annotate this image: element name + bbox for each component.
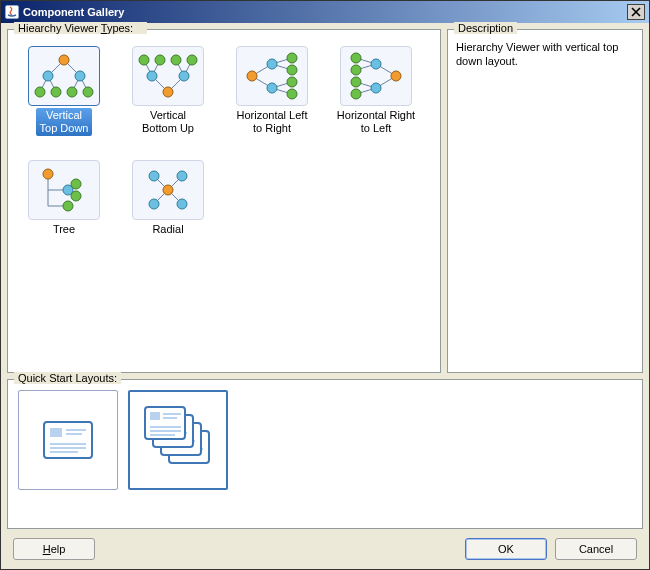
cascaded-cards-icon [139,401,217,479]
type-label: VerticalTop Down [36,108,93,136]
svg-point-21 [179,71,189,81]
svg-point-20 [147,71,157,81]
vertical-top-down-icon [28,46,100,106]
svg-point-19 [163,87,173,97]
svg-point-32 [247,71,257,81]
svg-point-33 [267,59,277,69]
svg-point-22 [139,55,149,65]
radial-icon [132,160,204,220]
svg-point-58 [63,201,73,211]
window-title: Component Gallery [23,6,124,18]
close-button[interactable] [627,4,645,20]
description-panel-label: Description [454,22,517,34]
type-tree[interactable]: Tree [16,160,112,270]
tree-icon [28,160,100,220]
svg-rect-88 [150,412,160,420]
svg-point-47 [371,83,381,93]
type-vertical-top-down[interactable]: VerticalTop Down [16,46,112,156]
svg-point-8 [75,71,85,81]
svg-point-9 [35,87,45,97]
svg-point-38 [287,89,297,99]
help-button[interactable]: Help [13,538,95,560]
svg-point-35 [287,53,297,63]
svg-point-56 [71,179,81,189]
vertical-bottom-up-icon [132,46,204,106]
svg-point-46 [371,59,381,69]
type-radial[interactable]: Radial [120,160,216,270]
dialog-content: Hiearchy Viewer Types: T [1,23,649,569]
svg-point-48 [351,53,361,63]
svg-point-11 [67,87,77,97]
type-vertical-bottom-up[interactable]: VerticalBottom Up [120,46,216,156]
svg-point-23 [155,55,165,65]
type-label: VerticalBottom Up [138,108,198,136]
svg-point-12 [83,87,93,97]
svg-point-25 [187,55,197,65]
svg-point-50 [351,77,361,87]
svg-point-54 [43,169,53,179]
quick-start-body [8,386,642,500]
svg-point-57 [71,191,81,201]
svg-point-10 [51,87,61,97]
svg-point-66 [149,199,159,209]
type-label: Horizontal Leftto Right [233,108,312,136]
layout-single-card[interactable] [18,390,118,490]
svg-point-65 [177,171,187,181]
top-row: Hiearchy Viewer Types: T [7,29,643,373]
titlebar: Component Gallery [1,1,649,23]
quick-start-panel: Quick Start Layouts: [7,379,643,529]
ok-cancel-group: OK Cancel [465,538,637,560]
svg-point-24 [171,55,181,65]
svg-point-67 [177,199,187,209]
description-panel: Description Hierarchy Viewer with vertic… [447,29,643,373]
types-panel: Hiearchy Viewer Types: T [7,29,441,373]
type-horizontal-left-right[interactable]: Horizontal Leftto Right [224,46,320,156]
type-horizontal-right-left[interactable]: Horizontal Rightto Left [328,46,424,156]
type-label: Radial [148,222,187,237]
svg-point-63 [163,185,173,195]
cancel-button[interactable]: Cancel [555,538,637,560]
svg-point-6 [59,55,69,65]
type-label: Horizontal Rightto Left [333,108,419,136]
dialog-footer: Help OK Cancel [7,535,643,563]
horizontal-left-right-icon [236,46,308,106]
ok-button[interactable]: OK [465,538,547,560]
svg-point-45 [391,71,401,81]
svg-rect-69 [50,428,62,437]
quick-start-label: Quick Start Layouts: [14,372,121,384]
types-label-text: Hiearchy Viewer Types: [18,22,133,34]
type-label: Tree [49,222,79,237]
svg-point-64 [149,171,159,181]
description-text: Hierarchy Viewer with vertical top down … [448,38,642,76]
dialog-window: Component Gallery Hiearchy Viewer Types:… [0,0,650,570]
svg-point-36 [287,65,297,75]
svg-point-7 [43,71,53,81]
svg-point-34 [267,83,277,93]
types-grid: VerticalTop Down [8,42,440,278]
titlebar-left: Component Gallery [5,5,124,19]
java-icon [5,5,19,19]
single-card-icon [40,418,96,462]
help-mnemonic: H [43,543,51,555]
svg-point-37 [287,77,297,87]
layout-cascaded-cards[interactable] [128,390,228,490]
svg-point-49 [351,65,361,75]
horizontal-right-left-icon [340,46,412,106]
svg-point-51 [351,89,361,99]
close-icon [631,7,641,17]
types-panel-label: Hiearchy Viewer Types: T [14,22,147,34]
help-rest: elp [51,543,66,555]
